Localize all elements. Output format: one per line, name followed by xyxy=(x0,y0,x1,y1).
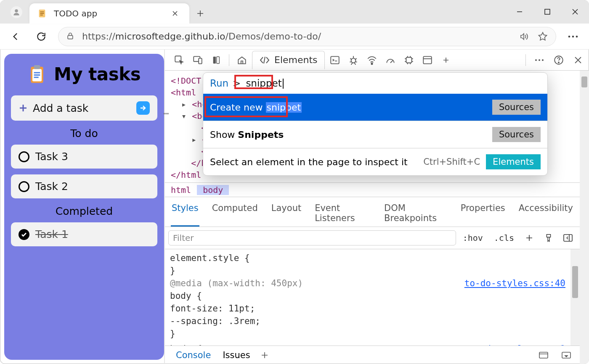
memory-icon[interactable] xyxy=(401,52,417,69)
svg-rect-15 xyxy=(34,76,39,78)
svg-rect-24 xyxy=(406,57,411,63)
styles-tab-accessibility[interactable]: Accessibility xyxy=(518,200,574,227)
scrollbar[interactable] xyxy=(580,71,589,364)
new-style-rule-icon[interactable] xyxy=(521,229,538,246)
refresh-button[interactable] xyxy=(33,28,50,45)
cls-toggle[interactable]: .cls xyxy=(490,230,518,245)
profile-button[interactable] xyxy=(6,2,27,23)
debugger-icon[interactable] xyxy=(345,52,362,69)
command-item-create-snippet[interactable]: Create new snippet Sources xyxy=(203,94,547,121)
svg-rect-5 xyxy=(545,9,550,14)
devtools-drawer: Console Issues xyxy=(165,346,580,364)
more-options-icon[interactable] xyxy=(531,52,548,69)
help-icon[interactable] xyxy=(550,52,567,69)
application-icon[interactable] xyxy=(419,52,436,69)
dom-breadcrumb[interactable]: html body xyxy=(165,183,580,197)
browser-tab[interactable]: TODO app xyxy=(29,3,189,24)
styles-tab-styles[interactable]: Styles xyxy=(171,200,199,227)
styles-tab-computed[interactable]: Computed xyxy=(211,200,259,227)
paint-flash-icon[interactable] xyxy=(540,229,557,246)
settings-more-button[interactable] xyxy=(565,28,581,45)
svg-point-8 xyxy=(572,35,574,37)
task-item[interactable]: Task 3 xyxy=(11,145,157,169)
notepad-icon xyxy=(37,8,47,18)
svg-rect-6 xyxy=(68,35,73,39)
svg-rect-32 xyxy=(539,352,548,358)
drawer-issues-tab[interactable]: Issues xyxy=(217,350,256,360)
command-input-row[interactable]: Run > snippet xyxy=(203,73,547,94)
command-input[interactable]: snippet xyxy=(245,78,282,89)
command-item-select-element[interactable]: Select an element in the page to inspect… xyxy=(203,148,547,175)
favorite-icon[interactable] xyxy=(537,31,548,42)
drawer-expand-icon[interactable] xyxy=(558,347,575,364)
source-link[interactable]: to-do-styles.css:40 xyxy=(464,278,565,288)
section-done-heading: Completed xyxy=(11,205,157,217)
checked-icon[interactable] xyxy=(19,229,29,240)
drawer-issues-icon[interactable] xyxy=(535,347,552,364)
task-item-completed[interactable]: Task 1 xyxy=(11,222,157,246)
sources-panel-icon[interactable] xyxy=(208,52,225,69)
svg-point-23 xyxy=(371,63,372,64)
unchecked-icon[interactable] xyxy=(19,151,29,162)
styles-filter-input[interactable]: Filter xyxy=(168,230,456,245)
svg-rect-4 xyxy=(40,15,42,16)
svg-rect-25 xyxy=(423,56,432,63)
devtools-toolbar: Elements xyxy=(165,50,589,71)
breadcrumb-item[interactable]: html xyxy=(165,185,197,195)
computed-sidebar-icon[interactable] xyxy=(560,229,576,246)
more-tabs-icon[interactable] xyxy=(438,52,454,69)
svg-rect-3 xyxy=(40,13,44,14)
task-item[interactable]: Task 2 xyxy=(11,174,157,198)
styles-code[interactable]: element.style { } @media (max-width: 450… xyxy=(165,249,570,346)
styles-tab-properties[interactable]: Properties xyxy=(460,200,506,227)
todo-header: My tasks xyxy=(11,64,157,84)
plus-icon xyxy=(19,103,28,113)
close-window-button[interactable] xyxy=(561,0,589,24)
styles-tab-layout[interactable]: Layout xyxy=(271,200,302,227)
drawer-console-tab[interactable]: Console xyxy=(170,350,217,360)
task-label: Task 2 xyxy=(35,180,68,193)
elements-tab-label: Elements xyxy=(274,55,318,65)
todo-app: My tasks Add a task To do Task 3 Task 2 … xyxy=(4,54,164,360)
read-aloud-icon[interactable] xyxy=(519,32,529,42)
command-item-show-snippets[interactable]: Show Snippets Sources xyxy=(203,121,547,148)
styles-tab-eventlisteners[interactable]: Event Listeners xyxy=(314,200,371,227)
submit-icon[interactable] xyxy=(136,101,150,115)
gutter-menu-icon[interactable]: ⋯ xyxy=(163,108,169,119)
styles-pane: element.style { } @media (max-width: 450… xyxy=(165,249,580,346)
drawer-add-tab-icon[interactable] xyxy=(256,347,273,364)
breadcrumb-item[interactable]: body xyxy=(197,185,229,195)
network-icon[interactable] xyxy=(363,52,380,69)
titlebar: TODO app xyxy=(0,0,589,24)
task-label: Task 3 xyxy=(35,150,68,163)
svg-rect-14 xyxy=(34,74,40,76)
minimize-button[interactable] xyxy=(506,0,533,24)
clipboard-icon xyxy=(28,64,46,84)
unchecked-icon[interactable] xyxy=(19,181,29,192)
svg-point-30 xyxy=(558,62,559,63)
browser-window: TODO app https://microsoftedge.github.io… xyxy=(0,0,589,364)
address-bar[interactable]: https://microsoftedge.github.io/Demos/de… xyxy=(58,27,556,46)
scrollbar[interactable] xyxy=(570,249,580,346)
console-icon[interactable] xyxy=(326,52,343,69)
close-tab-icon[interactable] xyxy=(168,7,182,20)
back-button[interactable] xyxy=(8,28,24,45)
new-tab-button[interactable] xyxy=(192,5,209,22)
svg-rect-21 xyxy=(331,56,339,63)
svg-rect-12 xyxy=(34,65,40,69)
maximize-button[interactable] xyxy=(533,0,561,24)
inspect-element-icon[interactable] xyxy=(171,52,188,69)
styles-tab-breakpoints[interactable]: DOM Breakpoints xyxy=(383,200,448,227)
add-task-button[interactable]: Add a task xyxy=(11,95,157,121)
welcome-icon[interactable] xyxy=(233,52,250,69)
styles-toolbar: Filter :hov .cls xyxy=(165,227,580,249)
device-toolbar-icon[interactable] xyxy=(189,52,206,69)
close-devtools-icon[interactable] xyxy=(570,52,586,69)
svg-rect-2 xyxy=(40,11,44,12)
performance-icon[interactable] xyxy=(382,52,399,69)
url-text: https://microsoftedge.github.io/Demos/de… xyxy=(82,31,321,42)
hov-toggle[interactable]: :hov xyxy=(459,230,487,245)
elements-tab[interactable]: Elements xyxy=(252,51,325,69)
lock-icon xyxy=(66,32,75,41)
add-task-label: Add a task xyxy=(33,102,88,114)
